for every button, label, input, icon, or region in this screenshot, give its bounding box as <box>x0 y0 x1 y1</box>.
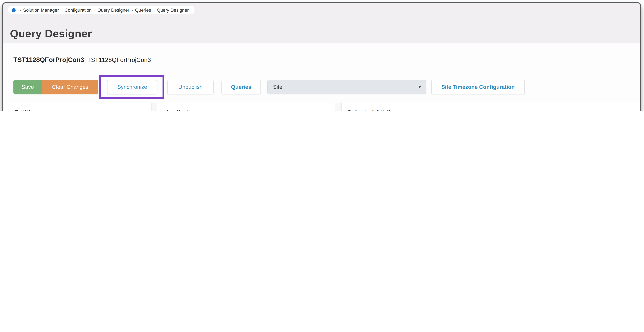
breadcrumb-separator: › <box>151 8 157 12</box>
query-name: TST1128QForProjCon3TST1128QForProjCon3 <box>14 56 151 63</box>
selected-attributes-title: Selected Attributes <box>347 109 406 111</box>
breadcrumb-item-query-designer[interactable]: Query Designer <box>97 7 129 12</box>
site-timezone-configuration-button[interactable]: Site Timezone Configuration <box>431 80 525 94</box>
clear-changes-button[interactable]: Clear Changes <box>42 80 98 94</box>
dropdown-arrow-icon[interactable]: ▼ <box>413 80 426 94</box>
unpublish-button[interactable]: Unpublish <box>167 80 214 94</box>
breadcrumb-item-solution-manager[interactable]: Solution Manager <box>23 7 59 12</box>
app-home-icon[interactable] <box>12 8 16 12</box>
site-select-value: Site <box>268 84 413 90</box>
query-name-normal: TST1128QForProjCon3 <box>87 56 151 63</box>
attributes-panel: Attributes CustomerOrder ⋮ ▲ AdditionalD… <box>157 103 334 111</box>
queries-button[interactable]: Queries <box>222 80 261 94</box>
entities-panel: Entities Selected Entities CustomerOrder… <box>8 103 151 111</box>
breadcrumb-item-query-designer-2[interactable]: Query Designer <box>157 7 189 12</box>
breadcrumb: › Solution Manager › Configuration › Que… <box>8 6 195 14</box>
entities-title: Entities <box>14 109 38 111</box>
panels-area: Entities Selected Entities CustomerOrder… <box>3 103 640 111</box>
panel-divider[interactable]: ◀ <box>334 103 342 111</box>
breadcrumb-item-configuration[interactable]: Configuration <box>64 7 92 12</box>
attributes-title: Attributes <box>165 109 196 111</box>
breadcrumb-separator: › <box>129 8 135 12</box>
selected-attributes-panel: Selected Attributes OrderNo ⋮ Company ⋮ … <box>342 103 640 111</box>
breadcrumb-separator: › <box>59 8 64 12</box>
breadcrumb-separator: › <box>17 8 23 12</box>
breadcrumb-item-queries[interactable]: Queries <box>135 7 151 12</box>
synchronize-button[interactable]: Synchronize <box>107 80 157 94</box>
site-select[interactable]: Site ▼ <box>268 80 426 94</box>
page-title: Query Designer <box>10 27 92 40</box>
breadcrumb-separator: › <box>92 8 97 12</box>
panel-divider[interactable]: ◀ ▶ <box>151 103 157 111</box>
app-window: › Solution Manager › Configuration › Que… <box>2 2 641 111</box>
query-name-bold: TST1128QForProjCon3 <box>14 56 84 63</box>
screenshot-stage: › Solution Manager › Configuration › Que… <box>0 0 644 111</box>
save-button[interactable]: Save <box>14 80 42 94</box>
content-card: TST1128QForProjCon3TST1128QForProjCon3 S… <box>3 43 640 111</box>
